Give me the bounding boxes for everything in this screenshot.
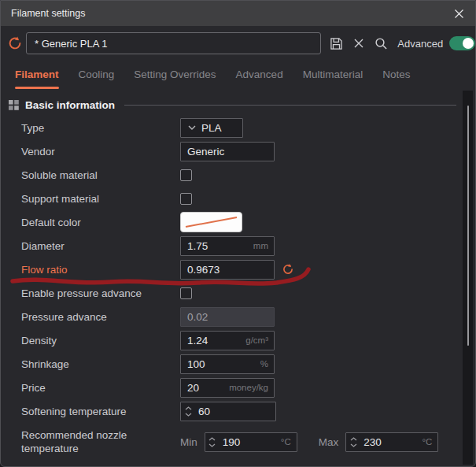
spin-buttons[interactable] <box>181 406 195 417</box>
density-input[interactable]: 1.24 g/cm³ <box>180 331 275 350</box>
enable-pressure-advance-label: Enable pressure advance <box>21 287 180 300</box>
support-material-label: Support material <box>21 192 180 206</box>
field-row-soluble: Soluble material <box>1 163 464 187</box>
toggle-knob <box>463 38 474 49</box>
field-row-density: Density 1.24 g/cm³ <box>1 328 464 352</box>
preset-select[interactable]: * Generic PLA 1 <box>26 32 321 54</box>
pressure-advance-label: Pressure advance <box>21 310 180 324</box>
price-value: 20 <box>181 382 229 394</box>
shrinkage-input[interactable]: 100 % <box>180 354 275 374</box>
vertical-scrollbar-thumb[interactable] <box>467 106 469 346</box>
nozzle-temp-min-spinner[interactable]: 190 °C <box>205 432 297 452</box>
type-dropdown[interactable]: PLA <box>180 118 243 138</box>
tab-filament[interactable]: Filament <box>15 69 59 89</box>
field-row-nozzle-temp: Recommended nozzle temperature Min 190 °… <box>1 423 464 461</box>
spin-up-icon <box>208 437 216 441</box>
flow-ratio-input[interactable]: 0.9673 <box>180 260 275 280</box>
search-icon <box>375 37 388 50</box>
soluble-material-checkbox[interactable] <box>180 169 192 181</box>
tab-advanced[interactable]: Advanced <box>236 69 283 89</box>
nozzle-temp-max-spinner[interactable]: 230 °C <box>345 432 438 452</box>
max-label: Max <box>319 436 339 448</box>
spin-down-icon <box>350 443 357 447</box>
undo-icon <box>282 263 294 276</box>
section-divider <box>124 105 456 106</box>
nozzle-temp-max-unit: °C <box>422 437 437 447</box>
soluble-material-label: Soluble material <box>21 169 180 182</box>
density-unit: g/cm³ <box>245 335 274 345</box>
field-row-price: Price 20 money/kg <box>1 376 464 399</box>
density-label: Density <box>21 334 180 347</box>
preset-bar: * Generic PLA 1 Advanced <box>1 26 475 61</box>
field-row-diameter: Diameter 1.75 mm <box>1 234 464 258</box>
pressure-advance-value: 0.02 <box>181 311 274 323</box>
spin-buttons[interactable] <box>346 437 360 447</box>
field-row-flow-ratio: Flow ratio 0.9673 <box>1 258 464 281</box>
spin-down-icon <box>185 413 192 417</box>
nozzle-temp-min-unit: °C <box>281 437 297 447</box>
close-x-icon <box>353 38 364 49</box>
vendor-label: Vendor <box>21 145 180 158</box>
field-row-vendor: Vendor Generic <box>1 139 464 163</box>
window-close-button[interactable] <box>452 7 465 20</box>
filament-settings-dialog: Filament settings * Generic PLA 1 <box>0 0 476 467</box>
support-material-checkbox[interactable] <box>180 193 192 205</box>
pressure-advance-input: 0.02 <box>180 307 275 327</box>
softening-temperature-value: 60 <box>195 406 275 417</box>
vertical-scrollbar-track[interactable] <box>463 91 473 465</box>
flow-ratio-label: Flow ratio <box>21 263 180 276</box>
field-row-enable-pa: Enable pressure advance <box>1 281 464 305</box>
default-color-label: Default color <box>21 216 180 229</box>
price-input[interactable]: 20 money/kg <box>180 378 275 398</box>
flow-ratio-reset-button[interactable] <box>282 263 294 276</box>
enable-pressure-advance-checkbox[interactable] <box>180 287 192 299</box>
no-color-line-icon <box>183 215 239 229</box>
undo-icon <box>7 35 23 51</box>
price-unit: money/kg <box>229 383 274 392</box>
basic-information-form: Type PLA Vendor Generic Soluble material… <box>1 116 464 461</box>
vendor-input[interactable]: Generic <box>180 142 275 161</box>
density-value: 1.24 <box>181 335 245 347</box>
reset-preset-button[interactable] <box>7 35 23 51</box>
section-basic-information: Basic information <box>1 97 456 113</box>
tab-cooling[interactable]: Cooling <box>79 69 115 89</box>
type-value: PLA <box>201 122 222 134</box>
grid-icon <box>9 100 19 110</box>
title-bar: Filament settings <box>1 1 475 26</box>
field-row-support: Support material <box>1 187 464 210</box>
flow-ratio-value: 0.9673 <box>181 264 274 276</box>
save-preset-button[interactable] <box>330 36 343 50</box>
dialog-title: Filament settings <box>11 8 452 19</box>
spin-up-icon <box>185 406 192 410</box>
delete-preset-button[interactable] <box>352 36 366 50</box>
vendor-value: Generic <box>181 146 274 158</box>
tab-notes[interactable]: Notes <box>382 69 410 89</box>
spin-buttons[interactable] <box>205 437 220 447</box>
shrinkage-unit: % <box>260 359 274 369</box>
advanced-mode-toggle[interactable] <box>449 36 475 50</box>
softening-temperature-spinner[interactable]: 60 <box>180 402 276 421</box>
diameter-input[interactable]: 1.75 mm <box>180 236 275 256</box>
spin-up-icon <box>350 437 357 441</box>
field-row-default-color: Default color <box>1 210 464 234</box>
preset-name: * Generic PLA 1 <box>35 38 108 50</box>
field-row-softening-temp: Softening temperature 60 <box>1 399 464 423</box>
chevron-down-icon <box>188 125 196 130</box>
nozzle-temp-min-value: 190 <box>220 436 281 448</box>
shrinkage-label: Shrinkage <box>21 358 180 371</box>
recommended-nozzle-temperature-label: Recommended nozzle temperature <box>21 428 180 455</box>
default-color-swatch[interactable] <box>180 212 242 232</box>
min-label: Min <box>180 436 197 448</box>
field-row-shrinkage: Shrinkage 100 % <box>1 352 464 376</box>
shrinkage-value: 100 <box>181 358 260 370</box>
search-settings-button[interactable] <box>375 36 388 50</box>
type-label: Type <box>21 121 180 135</box>
tab-multimaterial[interactable]: Multimaterial <box>303 69 363 89</box>
tab-setting-overrides[interactable]: Setting Overrides <box>134 69 216 89</box>
settings-tabs: Filament Cooling Setting Overrides Advan… <box>1 69 475 89</box>
field-row-type: Type PLA <box>1 116 464 139</box>
save-icon <box>330 37 343 50</box>
price-label: Price <box>21 381 180 395</box>
field-row-pressure-advance: Pressure advance 0.02 <box>1 305 464 328</box>
diameter-value: 1.75 <box>181 240 253 252</box>
